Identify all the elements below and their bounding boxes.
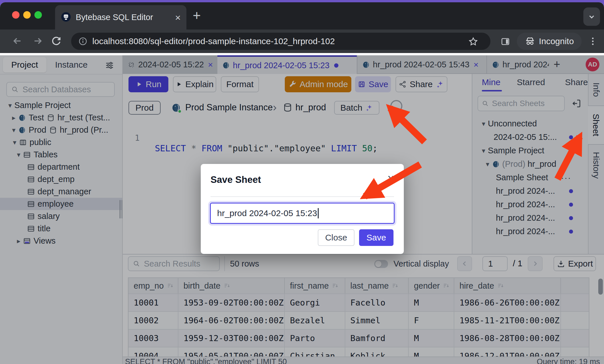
back-button[interactable] bbox=[11, 35, 23, 48]
sheet-name-input[interactable]: hr_prod 2024-02-05 15:23 bbox=[210, 203, 395, 224]
side-panel-icon[interactable] bbox=[500, 36, 511, 48]
bytebase-favicon bbox=[61, 12, 71, 23]
dialog-title: Save Sheet bbox=[211, 174, 261, 185]
minimize-window-button[interactable] bbox=[23, 11, 31, 19]
url-text: localhost:8080/sql-editor/prod-sample-in… bbox=[92, 36, 335, 46]
browser-tabstrip: Bytebase SQL Editor × + bbox=[0, 2, 604, 30]
incognito-label: Incognito bbox=[539, 36, 574, 46]
dialog-close-button[interactable]: Close bbox=[318, 229, 354, 246]
reload-button[interactable] bbox=[50, 35, 62, 48]
browser-window: Bytebase SQL Editor × + localhost:8080/s… bbox=[0, 2, 604, 364]
reload-icon bbox=[50, 35, 62, 47]
close-icon[interactable]: × bbox=[175, 13, 181, 22]
incognito-icon bbox=[525, 36, 535, 47]
new-tab-button[interactable]: + bbox=[193, 7, 201, 23]
tab-search-button[interactable] bbox=[583, 7, 600, 26]
arrow-right-icon bbox=[32, 35, 44, 47]
incognito-badge: Incognito bbox=[517, 33, 582, 50]
maximize-window-button[interactable] bbox=[34, 11, 42, 19]
arrow-left-icon bbox=[11, 35, 23, 47]
forward-button[interactable] bbox=[32, 35, 44, 48]
info-icon bbox=[78, 36, 88, 46]
chevron-down-icon bbox=[587, 12, 597, 21]
bookmark-star-icon[interactable] bbox=[468, 36, 478, 48]
close-window-button[interactable] bbox=[12, 11, 20, 19]
browser-tab[interactable]: Bytebase SQL Editor × bbox=[55, 5, 186, 30]
text-cursor bbox=[318, 208, 319, 218]
browser-tab-title: Bytebase SQL Editor bbox=[76, 13, 170, 22]
close-icon[interactable]: × bbox=[387, 173, 394, 184]
dialog-save-button[interactable]: Save bbox=[359, 229, 393, 246]
address-bar[interactable]: localhost:8080/sql-editor/prod-sample-in… bbox=[71, 33, 490, 50]
divider bbox=[211, 196, 394, 197]
sheet-name-value: hr_prod 2024-02-05 15:23 bbox=[217, 208, 317, 218]
browser-toolbar: localhost:8080/sql-editor/prod-sample-in… bbox=[0, 30, 604, 53]
browser-menu-button[interactable] bbox=[587, 36, 598, 48]
window-controls bbox=[12, 11, 42, 19]
save-sheet-dialog: Save Sheet × hr_prod 2024-02-05 15:23 Cl… bbox=[201, 164, 404, 254]
screen: Bytebase SQL Editor × + localhost:8080/s… bbox=[0, 0, 604, 364]
bytebase-app: Project Instance ▾Sample Project▸Testhr_… bbox=[0, 55, 604, 364]
